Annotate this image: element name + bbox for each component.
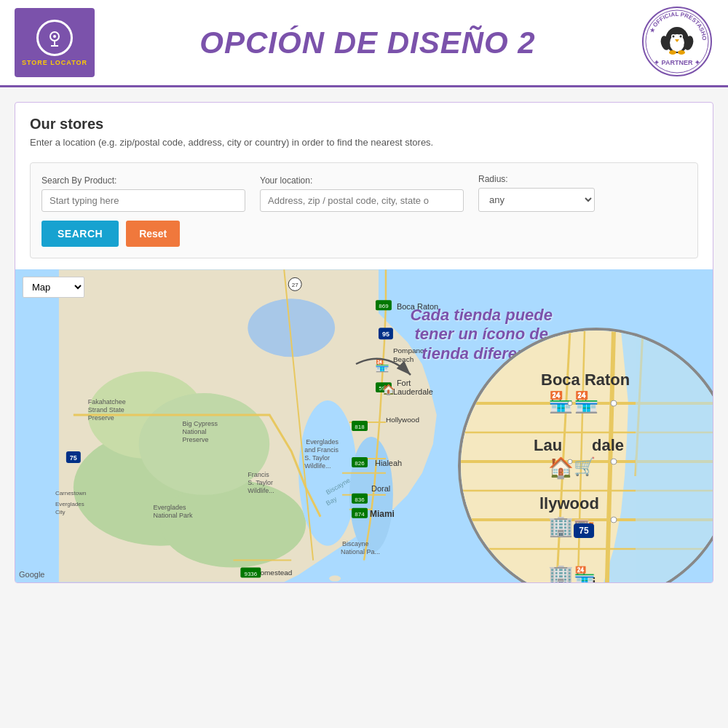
reset-button[interactable]: Reset [126,221,180,247]
button-row: SEARCH Reset [41,221,687,247]
radius-select[interactable]: any 5 km 10 km 25 km 50 km 100 km [478,188,595,212]
map-container: Map Satellite [15,269,713,582]
svg-point-20 [161,480,306,568]
svg-text:Doral: Doral [371,484,390,493]
svg-text:Hollywood: Hollywood [386,416,419,424]
svg-text:Everglades: Everglades [154,504,186,511]
logo: STORE LOCATOR [15,8,95,77]
location-group: Your location: [260,175,464,212]
product-search-input[interactable] [41,189,245,212]
product-label: Search By Product: [41,175,245,186]
svg-point-1 [53,35,56,38]
svg-text:95: 95 [382,331,389,338]
svg-text:🏢: 🏢 [548,514,574,538]
svg-text:Lauderdale: Lauderdale [393,387,433,396]
svg-text:🛒: 🛒 [574,456,596,477]
svg-point-116 [568,401,572,405]
svg-text:National Pa...: National Pa... [341,548,380,555]
svg-text:S. Taylor: S. Taylor [304,454,330,462]
google-label: Google [19,570,44,579]
svg-text:826: 826 [355,460,365,467]
svg-text:S. Taylor: S. Taylor [248,479,273,486]
svg-text:Boca Raton: Boca Raton [541,371,630,389]
svg-point-113 [611,400,617,406]
zoom-circle-inner: Boca Raton Lau dale llywood mi 🏪 🏪 [461,331,713,582]
svg-text:National: National [183,428,207,435]
svg-text:Wildlife...: Wildlife... [304,462,331,470]
svg-text:Preserve: Preserve [88,414,114,422]
svg-text:818: 818 [355,424,365,430]
svg-point-14 [669,50,676,55]
arrow-icon [349,342,422,386]
map-type-select[interactable]: Map Satellite [23,277,84,298]
zoom-circle-overlay: Boca Raton Lau dale llywood mi 🏪 🏪 [458,328,713,582]
map-background: Boca Raton Pompano Beach Fort Lauderdale… [15,269,713,582]
svg-point-10 [680,35,682,37]
svg-text:Biscayne: Biscayne [342,540,368,547]
svg-text:and Francis: and Francis [304,446,339,454]
svg-text:Francis: Francis [248,471,269,478]
svg-text:Big Cypress: Big Cypress [183,420,218,427]
svg-text:75: 75 [70,454,77,462]
svg-rect-97 [636,331,713,582]
logo-icon [36,20,73,56]
svg-text:🏢: 🏢 [548,563,574,582]
svg-text:Fakahatchee: Fakahatchee [88,398,126,405]
svg-text:Lau: Lau [534,436,562,454]
search-button[interactable]: SEARCH [41,221,119,247]
svg-text:dale: dale [592,436,624,454]
svg-point-115 [611,517,617,523]
svg-text:🏪: 🏪 [574,565,596,582]
main-content: Our stores Enter a location (e.g. zip/po… [0,87,728,598]
svg-point-9 [673,35,675,37]
svg-text:27: 27 [292,282,298,288]
svg-point-82 [329,576,341,582]
radius-label: Radius: [478,174,595,184]
svg-point-114 [611,459,617,464]
svg-text:836: 836 [355,496,365,503]
partner-badge: ★ OFFICIAL PRESTASHOP ★ ✦ PARTNER ✦ [641,5,713,81]
svg-text:Miami: Miami [370,509,395,519]
svg-text:✦ PARTNER ✦: ✦ PARTNER ✦ [654,59,700,66]
svg-point-15 [678,50,685,55]
svg-text:Strand State: Strand State [88,406,124,414]
location-label: Your location: [260,175,464,186]
svg-text:869: 869 [379,303,389,309]
svg-text:National Park: National Park [154,512,193,519]
store-locator-card: Our stores Enter a location (e.g. zip/po… [15,102,713,583]
svg-text:75: 75 [579,526,589,536]
card-header: Our stores Enter a location (e.g. zip/po… [15,103,713,155]
radius-group: Radius: any 5 km 10 km 25 km 50 km 100 k… [478,174,595,212]
logo-text: STORE LOCATOR [22,59,87,66]
zoom-map-svg: Boca Raton Lau dale llywood mi 🏪 🏪 [461,331,713,582]
map-type-selector[interactable]: Map Satellite [23,277,84,298]
svg-text:Everglades: Everglades [55,501,84,507]
card-title: Our stores [30,116,698,132]
svg-text:Carnestown: Carnestown [55,490,87,496]
svg-text:9336: 9336 [244,571,257,577]
svg-text:Everglades: Everglades [306,438,339,446]
product-group: Search By Product: [41,175,245,212]
svg-text:Wildlife...: Wildlife... [248,487,274,494]
svg-text:Hialeah: Hialeah [375,459,402,467]
header: STORE LOCATOR OPCIÓN DE DISEÑO 2 ★ OFFIC… [0,0,728,87]
svg-text:Preserve: Preserve [183,436,209,443]
page-title: OPCIÓN DE DISEÑO 2 [95,25,641,60]
svg-text:City: City [55,509,66,515]
svg-text:874: 874 [355,511,365,518]
svg-marker-86 [461,331,628,582]
svg-point-117 [568,459,572,464]
search-form: Search By Product: Your location: Radius… [30,162,698,258]
svg-text:llywood: llywood [539,494,599,513]
svg-text:🏪: 🏪 [574,390,599,414]
location-input[interactable] [260,189,464,212]
form-row: Search By Product: Your location: Radius… [41,174,687,212]
card-subtitle: Enter a location (e.g. zip/postal code, … [30,137,698,148]
